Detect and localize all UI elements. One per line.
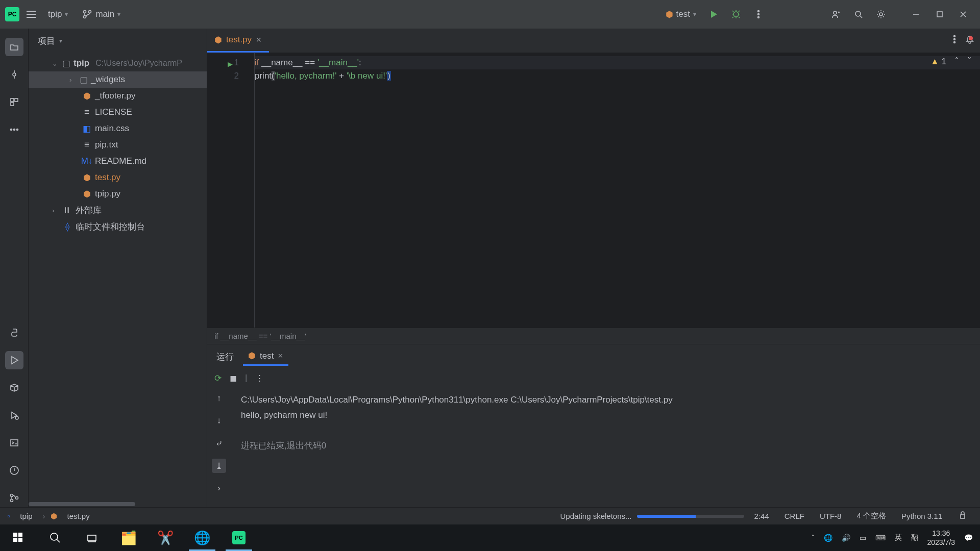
task-view-button[interactable]	[74, 524, 110, 551]
more-actions-button[interactable]	[749, 5, 768, 23]
action-center-button[interactable]: 💬	[964, 534, 973, 542]
volume-icon[interactable]: 🔊	[842, 534, 850, 542]
status-crumb[interactable]: tpip	[15, 512, 37, 520]
tree-file[interactable]: ⬢test.py	[29, 169, 207, 186]
line-separator[interactable]: CRLF	[779, 512, 810, 520]
soft-wrap-button[interactable]: ⤶	[212, 436, 226, 450]
packages-tool-button[interactable]	[5, 379, 23, 397]
debug-button[interactable]	[727, 5, 745, 23]
tree-scratches[interactable]: ⟠ 临时文件和控制台	[29, 218, 207, 235]
tree-file[interactable]: ⬢tpip.py	[29, 186, 207, 202]
tree-file[interactable]: ⬢_tfooter.py	[29, 88, 207, 104]
stop-button[interactable]: ◼	[230, 373, 237, 384]
project-panel-title: 项目	[38, 35, 55, 47]
close-tab-button[interactable]: ✕	[278, 352, 283, 360]
clock-date: 2023/7/3	[927, 538, 955, 547]
ime-mode[interactable]: 翻	[911, 533, 918, 542]
scroll-up-button[interactable]: ↑	[212, 391, 226, 406]
editor-area: ⬢ test.py ✕ ▶ 1 2 if __name__ == '__main	[207, 29, 980, 507]
pycharm-taskbar-button[interactable]: PC	[220, 524, 257, 551]
close-tab-button[interactable]: ✕	[256, 36, 262, 44]
progress-bar[interactable]	[637, 515, 744, 518]
svg-point-18	[15, 416, 18, 419]
snipping-tool-button[interactable]: ✂️	[147, 524, 184, 551]
project-tool-button[interactable]	[5, 38, 23, 56]
tab-label: test.py	[226, 35, 252, 45]
keyboard-icon[interactable]: ⌨	[875, 534, 886, 542]
editor-breadcrumb[interactable]: if __name__ == '__main__'	[207, 328, 980, 344]
code-token: __name__ ==	[259, 58, 317, 67]
clock[interactable]: 13:36 2023/7/3	[927, 529, 955, 547]
structure-tool-button[interactable]	[5, 93, 23, 111]
editor-tab[interactable]: ⬢ test.py ✕	[207, 29, 269, 53]
main-menu-button[interactable]	[23, 7, 39, 22]
tree-file[interactable]: M↓README.md	[29, 153, 207, 169]
next-highlight-button[interactable]: ˅	[967, 56, 972, 67]
console-output[interactable]: C:\Users\Joy\AppData\Local\Programs\Pyth…	[231, 387, 980, 507]
run-more-button[interactable]: ⋮	[255, 373, 264, 384]
branch-selector[interactable]: main ▾	[77, 7, 126, 21]
readonly-toggle[interactable]	[952, 510, 973, 522]
inspections-widget[interactable]: ▲ 1 ˄ ˅	[930, 56, 972, 67]
h-scrollbar[interactable]	[29, 501, 207, 507]
gutter-run-icon[interactable]: ▶	[228, 58, 233, 71]
scratch-icon: ⟠	[62, 221, 72, 232]
project-selector[interactable]: tpip ▾	[43, 7, 73, 21]
rerun-button[interactable]: ⟳	[214, 373, 222, 384]
prev-highlight-button[interactable]: ˄	[954, 56, 959, 67]
background-task-label[interactable]: Updating skeletons...	[560, 512, 631, 520]
indent-setting[interactable]: 4 个空格	[851, 511, 891, 521]
expand-button[interactable]: ›	[212, 481, 226, 495]
vcs-tool-button[interactable]	[5, 489, 23, 507]
tree-root[interactable]: ⌄ ▢ tpip C:\Users\Joy\PycharmP	[29, 55, 207, 71]
code-token: if	[255, 58, 259, 67]
close-window-button[interactable]	[951, 5, 975, 23]
tray-overflow-button[interactable]: ˄	[811, 534, 815, 542]
clock-time: 13:36	[927, 529, 955, 538]
tree-folder[interactable]: › ▢ _widgets	[29, 71, 207, 88]
tree-file[interactable]: ≡pip.txt	[29, 137, 207, 153]
python-console-tool-button[interactable]	[5, 323, 23, 342]
edge-browser-button[interactable]: 🌐	[184, 524, 220, 551]
ime-indicator[interactable]: 英	[895, 533, 902, 542]
notifications-button[interactable]	[965, 34, 975, 47]
interpreter[interactable]: Python 3.11	[896, 512, 947, 520]
battery-icon[interactable]: ▭	[860, 534, 866, 542]
file-encoding[interactable]: UTF-8	[815, 512, 847, 520]
tree-file[interactable]: ◧main.css	[29, 120, 207, 137]
code-content[interactable]: if __name__ == '__main__': print('hello,…	[254, 53, 980, 328]
cursor-position[interactable]: 2:44	[749, 512, 774, 520]
terminal-tool-button[interactable]	[5, 434, 23, 452]
svg-point-24	[954, 36, 955, 37]
project-panel-header[interactable]: 项目 ▾	[29, 29, 207, 53]
svg-point-23	[15, 497, 18, 499]
tab-actions-button[interactable]	[949, 34, 960, 47]
run-panel-tab[interactable]: ⬢ test ✕	[243, 347, 288, 366]
run-config-selector[interactable]: ⬢ test ▾	[662, 7, 700, 22]
status-crumb[interactable]: test.py	[62, 512, 95, 520]
project-name: tpip	[48, 9, 62, 19]
maximize-window-button[interactable]	[928, 5, 951, 23]
tree-file[interactable]: ≡LICENSE	[29, 104, 207, 120]
tree-file-name: README.md	[95, 156, 146, 166]
search-everywhere-button[interactable]	[849, 5, 868, 23]
more-tool-button[interactable]	[5, 120, 23, 139]
problems-tool-button[interactable]	[5, 461, 23, 480]
run-button[interactable]	[704, 5, 723, 23]
settings-button[interactable]	[872, 5, 890, 23]
code-editor[interactable]: ▶ 1 2 if __name__ == '__main__': print('…	[207, 53, 980, 328]
search-button[interactable]	[37, 524, 74, 551]
network-icon[interactable]: 🌐	[824, 534, 832, 542]
services-tool-button[interactable]	[5, 406, 23, 424]
scroll-to-end-button[interactable]: ⤓	[212, 459, 226, 473]
file-explorer-button[interactable]: 🗂️	[110, 524, 147, 551]
tree-external-libs[interactable]: › ⫼ 外部库	[29, 202, 207, 218]
commit-tool-button[interactable]	[5, 65, 23, 84]
start-button[interactable]	[0, 524, 37, 551]
minimize-window-button[interactable]	[904, 5, 928, 23]
scroll-down-button[interactable]: ↓	[212, 414, 226, 428]
project-tree: ⌄ ▢ tpip C:\Users\Joy\PycharmP › ▢ _widg…	[29, 53, 207, 501]
python-icon: ⬢	[51, 512, 57, 521]
code-with-me-button[interactable]	[827, 5, 845, 23]
run-tool-button[interactable]	[5, 351, 23, 369]
